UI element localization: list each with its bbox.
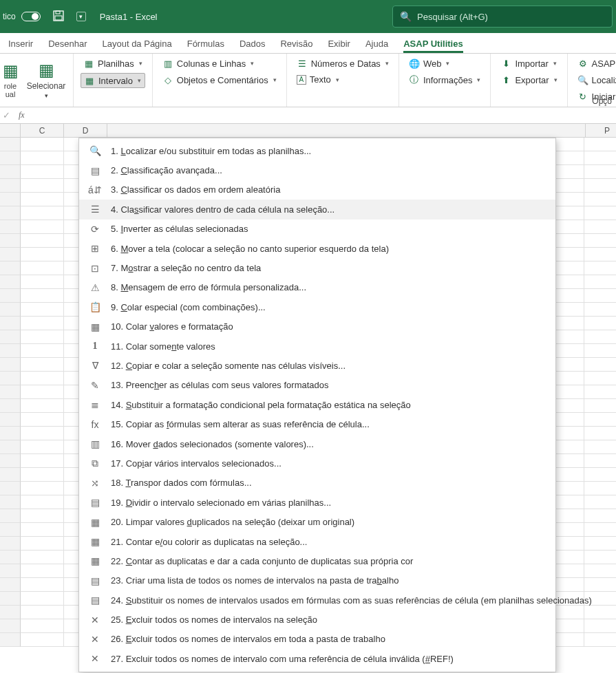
menu-item-label: 9. Colar especial (com combinações)... <box>111 302 266 312</box>
autosave-toggle[interactable] <box>21 12 41 21</box>
gear-icon: ⚙ <box>577 58 588 69</box>
menu-item-20[interactable]: ▦20. Limpar valores duplicados na seleçã… <box>79 512 555 531</box>
texto-menu[interactable]: ATexto▾ <box>294 73 392 86</box>
menu-item-23[interactable]: ▤23. Criar uma lista de todos os nomes d… <box>79 571 555 590</box>
menu-item-18[interactable]: ⤭18. Transpor dados com fórmulas... <box>79 473 555 493</box>
menu-item-label: 23. Criar uma lista de todos os nomes de… <box>111 575 399 586</box>
objetos-menu[interactable]: ◇Objetos e Comentários▾ <box>160 73 279 87</box>
fx-icon[interactable]: fx <box>19 110 25 120</box>
tab-asap-utilities[interactable]: ASAP Utilities <box>403 39 463 53</box>
formula-bar[interactable]: ✓ fx <box>0 107 616 124</box>
save-icon[interactable] <box>53 10 64 23</box>
menu-item-14[interactable]: ≣14. Substituir a formatação condicional… <box>79 395 555 414</box>
menu-item-27[interactable]: ✕27. Excluir todos os nomes de intervalo… <box>79 649 555 668</box>
range-icon: ▦ <box>84 75 95 86</box>
selecionar-button[interactable]: ▦ Selecionar ▾ <box>26 56 66 103</box>
tab-layout[interactable]: Layout da Página <box>103 39 172 53</box>
autosave-label: tico <box>3 12 16 21</box>
qat-dropdown[interactable]: ▾ <box>76 12 86 21</box>
menu-item-1[interactable]: 🔍1. Localizar e/ou substituir em todas a… <box>79 141 555 160</box>
menu-item-icon: ▤ <box>89 164 101 177</box>
menu-item-9[interactable]: 📋9. Colar especial (com combinações)... <box>79 297 555 317</box>
intervalo-menu[interactable]: ▦Intervalo▾ <box>81 73 145 88</box>
col-header-d[interactable]: D <box>64 124 107 137</box>
menu-item-icon: ⧉ <box>89 457 101 469</box>
menu-item-25[interactable]: ✕25. Excluir todos os nomes de intervalo… <box>79 610 555 629</box>
menu-item-16[interactable]: ▥16. Mover dados selecionados (somente v… <box>79 434 555 453</box>
menu-item-label: 20. Limpar valores duplicados na seleção… <box>111 517 354 527</box>
menu-item-7[interactable]: ⊡7. Mostrar a seleção no centro da tela <box>79 258 555 277</box>
find-icon: 🔍 <box>577 74 588 85</box>
menu-item-10[interactable]: ▦10. Colar valores e formatação <box>79 317 555 336</box>
menu-item-2[interactable]: ▤2. Classificação avançada... <box>79 160 555 180</box>
importar-menu[interactable]: ⬇Importar▾ <box>498 56 560 70</box>
menu-item-5[interactable]: ⟳5. Inverter as células selecionadas <box>79 220 555 239</box>
menu-item-15[interactable]: fx15. Copiar as fórmulas sem alterar as … <box>79 414 555 434</box>
menu-item-icon: ▦ <box>89 535 101 548</box>
asap-options-menu[interactable]: ⚙ASAP Utilitie <box>575 56 616 70</box>
numeros-menu[interactable]: ☰Números e Datas▾ <box>294 56 392 70</box>
planilhas-menu[interactable]: ▦Planilhas▾ <box>81 56 145 70</box>
menu-item-label: 2. Classificação avançada... <box>111 165 222 175</box>
menu-item-12[interactable]: ∇12. Copiar e colar a seleção somente na… <box>79 356 555 375</box>
import-icon: ⬇ <box>500 58 511 69</box>
col-header-p[interactable]: P <box>586 124 616 137</box>
menu-item-icon: ☰ <box>89 203 101 215</box>
menu-item-label: 19. Dividir o intervalo selecionado em v… <box>111 498 331 508</box>
menu-item-icon: ⊡ <box>89 262 101 275</box>
tab-formulas[interactable]: Fórmulas <box>187 39 224 53</box>
web-menu[interactable]: 🌐Web▾ <box>406 56 484 70</box>
big-button-1[interactable]: ▦ role ual <box>0 56 21 103</box>
menu-item-3[interactable]: á⇵3. Classificar os dados em ordem aleat… <box>79 180 555 200</box>
menu-item-label: 25. Excluir todos os nomes de intervalos… <box>111 615 317 625</box>
sheets-icon: ▦ <box>83 58 94 69</box>
menu-item-19[interactable]: ▤19. Dividir o intervalo selecionado em … <box>79 493 555 512</box>
svg-rect-2 <box>55 16 62 20</box>
informacoes-menu[interactable]: ⓘInformações▾ <box>406 73 484 87</box>
menu-item-icon: ▥ <box>89 438 101 450</box>
col-header-c[interactable]: C <box>21 124 64 137</box>
menu-item-label: 10. Colar valores e formatação <box>111 321 233 332</box>
menu-item-4[interactable]: ☰4. Classificar valores dentro de cada c… <box>79 200 555 219</box>
menu-item-label: 4. Classificar valores dentro de cada cé… <box>111 204 334 215</box>
menu-item-label: 22. Contar as duplicatas e dar a cada co… <box>111 556 413 566</box>
tab-exibir[interactable]: Exibir <box>328 39 350 53</box>
tab-ajuda[interactable]: Ajuda <box>365 39 388 53</box>
menu-item-icon: ▦ <box>89 516 101 528</box>
ribbon-group-web: 🌐Web▾ ⓘInformações▾ <box>399 54 491 107</box>
col-header-blank[interactable] <box>0 124 21 137</box>
exportar-menu[interactable]: ⬆Exportar▾ <box>498 73 560 87</box>
search-box[interactable]: 🔍 Pesquisar (Alt+G) <box>392 6 613 28</box>
tab-inserir[interactable]: Inserir <box>8 39 33 53</box>
menu-item-13[interactable]: ✎13. Preencher as células com seus valor… <box>79 376 555 395</box>
tab-dados[interactable]: Dados <box>240 39 266 53</box>
grid-icon: ▦ <box>3 61 19 81</box>
colunas-menu[interactable]: ▥Colunas e Linhas▾ <box>160 56 279 70</box>
menu-item-21[interactable]: ▦21. Contar e/ou colorir as duplicatas n… <box>79 532 555 551</box>
menu-item-8[interactable]: ⚠8. Mensagem de erro de fórmula personal… <box>79 278 555 297</box>
menu-item-26[interactable]: ✕26. Excluir todos os nomes de intervalo… <box>79 630 555 649</box>
menu-item-icon: 1 <box>89 340 101 352</box>
cancel-icon[interactable]: ✓ <box>3 110 10 120</box>
menu-item-6[interactable]: ⊞6. Mover a tela (colocar a seleção no c… <box>79 239 555 258</box>
menu-item-11[interactable]: 111. Colar somente valores <box>79 336 555 356</box>
menu-item-22[interactable]: ▦22. Contar as duplicatas e dar a cada c… <box>79 551 555 570</box>
menu-item-icon: ⤭ <box>89 477 101 489</box>
menu-item-icon: ≣ <box>89 398 101 411</box>
menu-item-icon: ⊞ <box>89 242 101 255</box>
menu-item-24[interactable]: ▤24. Substituir os nomes de intervalos u… <box>79 590 555 610</box>
title-bar: tico ▾ Pasta1 - Excel 🔍 Pesquisar (Alt+G… <box>0 0 616 33</box>
objects-icon: ◇ <box>162 74 173 85</box>
menu-item-label: 13. Preencher as células com seus valore… <box>111 380 329 390</box>
menu-item-icon: á⇵ <box>89 184 101 196</box>
menu-item-label: 26. Excluir todos os nomes de intervalos… <box>111 634 385 644</box>
web-icon: 🌐 <box>409 58 420 69</box>
localizar-menu[interactable]: 🔍Localizar e s <box>575 73 616 87</box>
tab-revisao[interactable]: Revisão <box>280 39 312 53</box>
menu-item-label: 8. Mensagem de erro de fórmula personali… <box>111 282 306 292</box>
tab-desenhar[interactable]: Desenhar <box>48 39 87 53</box>
export-icon: ⬆ <box>500 74 511 85</box>
menu-item-17[interactable]: ⧉17. Copiar vários intervalos selecionad… <box>79 453 555 473</box>
spreadsheet-grid[interactable]: 🔍1. Localizar e/ou substituir em todas a… <box>0 138 616 647</box>
menu-item-icon: 📋 <box>89 301 101 313</box>
